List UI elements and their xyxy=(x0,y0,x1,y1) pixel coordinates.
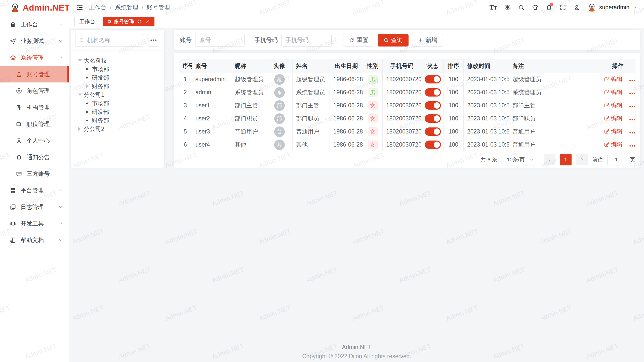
cell-modified-time: 2023-01-03 10:59:44 xyxy=(464,125,509,138)
breadcrumb-item[interactable]: 系统管理 xyxy=(115,4,138,11)
page-size-select[interactable]: 10条/页 xyxy=(502,154,539,165)
table-header-row: 序号 账号 昵称 头像 姓名 出生日期 性别 手机号码 状态 排序 修改时间 备… xyxy=(179,59,635,73)
tree-node[interactable]: 财务部 xyxy=(75,82,160,90)
sidebar-item-profile-center[interactable]: 个人中心 xyxy=(0,132,69,149)
sidebar-item-business-test[interactable]: 业务测试 xyxy=(0,33,69,49)
next-page-button[interactable] xyxy=(576,154,588,165)
add-button[interactable]: 新增 xyxy=(412,34,443,47)
chevron-down-icon xyxy=(58,237,63,243)
tree-caret-icon[interactable] xyxy=(78,59,84,62)
sidebar-item-account-management[interactable]: 账号管理 xyxy=(0,66,69,82)
status-toggle[interactable] xyxy=(425,88,441,97)
edit-button[interactable]: 编辑 xyxy=(604,101,623,109)
tree-caret-icon[interactable] xyxy=(86,84,92,88)
app-name: Admin.NET xyxy=(23,3,70,13)
edit-button[interactable]: 编辑 xyxy=(604,141,623,148)
sidebar-item-org-management[interactable]: 机构管理 xyxy=(0,99,69,116)
user-icon xyxy=(16,71,22,78)
row-more-button[interactable]: ••• xyxy=(629,130,635,135)
refresh-icon xyxy=(349,37,354,43)
row-more-button[interactable]: ••• xyxy=(629,117,635,122)
breadcrumb-item[interactable]: 工作台 xyxy=(89,4,106,11)
tree-node[interactable]: 市场部 xyxy=(75,65,160,73)
tree-caret-icon[interactable] xyxy=(86,77,92,78)
org-search-input[interactable] xyxy=(87,37,140,44)
tree-node[interactable]: 市场部 xyxy=(75,99,160,108)
cell-account: user4 xyxy=(192,138,231,151)
row-more-button[interactable]: ••• xyxy=(629,104,635,109)
edit-button[interactable]: 编辑 xyxy=(604,75,623,83)
row-more-button[interactable]: ••• xyxy=(629,78,635,83)
cell-modified-time: 2023-01-03 10:59:44 xyxy=(464,138,509,151)
home-icon xyxy=(10,21,16,28)
status-toggle[interactable] xyxy=(425,75,441,83)
close-icon[interactable] xyxy=(145,19,150,24)
sidebar-item-position-management[interactable]: 职位管理 xyxy=(0,116,69,132)
goto-page-input[interactable] xyxy=(607,154,625,165)
tree-caret-icon[interactable] xyxy=(78,127,84,131)
theme-shirt-icon[interactable] xyxy=(532,4,539,11)
edit-pen-icon xyxy=(604,76,609,82)
notification-bell-icon[interactable] xyxy=(546,4,552,11)
tree-caret-icon[interactable] xyxy=(86,68,92,70)
cell-name: 系统管理员 xyxy=(293,86,330,99)
status-toggle[interactable] xyxy=(425,127,441,136)
sidebar-item-role-management[interactable]: 角色管理 xyxy=(0,82,69,99)
prev-page-button[interactable] xyxy=(544,154,555,165)
tree-caret-icon[interactable] xyxy=(86,120,92,121)
reset-button[interactable]: 重置 xyxy=(343,34,374,47)
edit-button[interactable]: 编辑 xyxy=(604,88,623,96)
row-more-button[interactable]: ••• xyxy=(629,91,635,96)
cell-seq: 3 xyxy=(179,99,192,112)
tree-node[interactable]: 研发部 xyxy=(75,73,160,82)
tree-node[interactable]: 财务部 xyxy=(75,116,160,125)
tree-node[interactable]: 大名科技 xyxy=(75,56,160,65)
sidebar-item-log-management[interactable]: 日志管理 xyxy=(0,199,69,215)
sidebar-item-platform-management[interactable]: 平台管理 xyxy=(0,182,69,199)
status-toggle[interactable] xyxy=(425,114,441,123)
sidebar-item-help-docs[interactable]: 帮助文档 xyxy=(0,232,69,248)
tree-node-label: 市场部 xyxy=(92,100,109,107)
notification-dot xyxy=(550,3,553,6)
sidebar-item-notice[interactable]: 通知公告 xyxy=(0,149,69,165)
font-size-icon[interactable]: TT xyxy=(490,4,497,11)
tab-account-management[interactable]: 账号管理 xyxy=(103,17,154,26)
gender-badge: 女 xyxy=(368,114,378,123)
sidebar-item-workbench[interactable]: 工作台 xyxy=(0,16,69,33)
sidebar-item-dev-tools[interactable]: 开发工具 xyxy=(0,215,69,232)
app-logo: Admin.NET xyxy=(0,0,69,15)
cell-modified-time: 2023-01-03 10:59:44 xyxy=(464,99,509,112)
user-menu[interactable]: superadmin xyxy=(587,3,637,12)
edit-button[interactable]: 编辑 xyxy=(604,114,623,122)
sidebar-item-system-management[interactable]: 系统管理 xyxy=(0,49,69,66)
tree-caret-icon[interactable] xyxy=(86,111,92,113)
tree-node[interactable]: 研发部 xyxy=(75,108,160,116)
status-toggle[interactable] xyxy=(425,101,441,110)
tree-caret-icon[interactable] xyxy=(78,94,84,96)
current-page[interactable]: 1 xyxy=(560,154,572,165)
sidebar: Admin.NET 工作台 业务测试 系统管理 账号管理 角色管理 机构管理 xyxy=(0,0,69,362)
cell-birthdate: 1986-06-28 xyxy=(330,99,363,112)
tree-more-button[interactable]: ••• xyxy=(147,34,160,47)
refresh-icon[interactable] xyxy=(137,19,142,24)
tree-node-label: 财务部 xyxy=(92,82,109,90)
tree-node[interactable]: 分公司2 xyxy=(75,125,160,133)
language-icon[interactable] xyxy=(504,4,511,11)
person-icon[interactable] xyxy=(573,4,580,11)
cell-birthdate: 1986-06-28 xyxy=(330,125,363,138)
row-more-button[interactable]: ••• xyxy=(629,143,635,148)
cell-sort: 100 xyxy=(444,99,464,112)
search-icon[interactable] xyxy=(518,4,525,11)
fullscreen-icon[interactable] xyxy=(559,4,566,11)
sidebar-item-third-party-account[interactable]: 三方账号 xyxy=(0,165,69,182)
tab-workbench[interactable]: 工作台 xyxy=(74,17,100,26)
account-input[interactable] xyxy=(195,34,245,47)
phone-input[interactable] xyxy=(281,34,332,47)
query-button[interactable]: 查询 xyxy=(378,34,409,47)
status-toggle[interactable] xyxy=(425,141,441,149)
tree-caret-icon[interactable] xyxy=(86,103,92,104)
sidebar-collapse-icon[interactable] xyxy=(76,4,84,11)
edit-button[interactable]: 编辑 xyxy=(604,127,623,135)
tree-node[interactable]: 分公司1 xyxy=(75,90,160,99)
edit-pen-icon xyxy=(604,89,609,95)
